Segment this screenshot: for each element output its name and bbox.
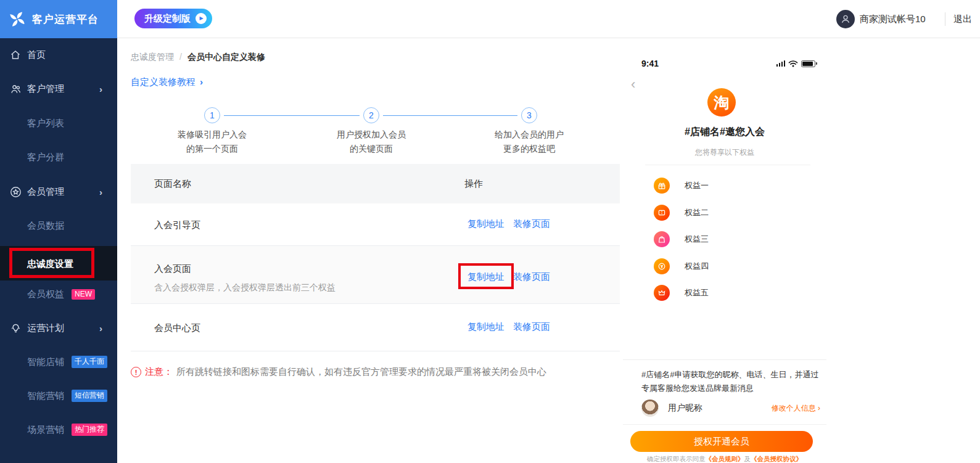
sidebar-item-customer-segments[interactable]: 客户分群 (0, 147, 117, 168)
sidebar-nav: 首页 客户管理 › 客户列表 客户分群 会员管理 › 会员数据 忠诚度设置 (0, 38, 117, 463)
logout-button[interactable]: 退出 (953, 14, 972, 25)
breadcrumb: 忠诚度管理 / 会员中心自定义装修 (131, 52, 265, 63)
sidebar-item-label: 智能店铺 (27, 356, 64, 368)
account-divider (945, 12, 945, 26)
step-3-circle: 3 (521, 107, 537, 123)
benefit-item: 权益五 (654, 285, 709, 301)
page-name: 入会引导页 (154, 219, 200, 231)
benefits-list: 权益一 权益二 权益三 权益四 (654, 178, 709, 312)
benefit-item: 权益一 (654, 178, 709, 194)
sidebar-item-member-data[interactable]: 会员数据 (0, 215, 117, 236)
sidebar-item-label: 会员权益 (27, 289, 64, 300)
benefit-label: 权益三 (685, 234, 709, 245)
breadcrumb-parent[interactable]: 忠诚度管理 (131, 52, 174, 63)
note-text: 所有跳转链接和图标需要自行确认，如有违反官方管理要求的情况最严重将被关闭会员中心 (176, 366, 546, 378)
home-icon (9, 49, 22, 61)
copy-address-link[interactable]: 复制地址 (467, 218, 504, 230)
step-label-line: 给加入会员的用户 (467, 128, 591, 142)
ticket-icon (654, 205, 670, 221)
back-chevron-icon[interactable]: ‹ (631, 78, 635, 91)
chevron-right-icon: › (99, 84, 102, 94)
exclamation-circle-icon: ! (131, 367, 141, 377)
step-1-label: 装修吸引用户入会 的第一个页面 (150, 128, 274, 156)
sidebar-item-loyalty-settings[interactable]: 忠诚度设置 (0, 253, 117, 274)
benefit-item: 权益三 (654, 231, 709, 247)
status-bar-time: 9:41 (641, 59, 659, 68)
user-avatar (641, 399, 659, 417)
sidebar-item-label: 客户管理 (27, 83, 64, 95)
decorate-page-link[interactable]: 装修页面 (513, 271, 550, 283)
lightbulb-icon (9, 322, 22, 334)
step-number: 3 (527, 110, 532, 120)
taobao-store-logo: 淘 (707, 88, 736, 117)
copy-address-link[interactable]: 复制地址 (467, 271, 504, 283)
agreement-and: 及 (744, 455, 751, 462)
step-connector (224, 115, 360, 116)
step-label-line: 用户授权加入会员 (310, 128, 433, 142)
sidebar-item-label: 运营计划 (27, 322, 64, 334)
edit-profile-link[interactable]: 修改个人信息 › (772, 403, 820, 414)
new-badge: NEW (72, 289, 95, 300)
wifi-icon (788, 60, 798, 67)
custom-decorate-tutorial-link[interactable]: 自定义装修教程› (131, 76, 203, 88)
sidebar-item-label: 会员数据 (27, 220, 64, 232)
sidebar-item-customer-management[interactable]: 客户管理 › (0, 78, 117, 99)
benefit-label: 权益五 (685, 287, 709, 298)
sidebar-item-home[interactable]: 首页 (0, 44, 117, 65)
sidebar-item-label: 客户列表 (27, 118, 64, 129)
table-header-row: 页面名称 操作 (131, 164, 620, 203)
row-actions: 复制地址 装修页面 (467, 321, 550, 333)
step-label-line: 更多的权益吧 (467, 142, 591, 156)
chevron-right-icon: › (99, 187, 102, 197)
agreement-text: 确定授权即表示同意《会员规则》及《会员授权协议》 (623, 455, 826, 463)
authorize-join-button[interactable]: 授权开通会员 (630, 431, 813, 452)
note-label: 注意： (145, 366, 173, 378)
feature-badge: 千人千面 (72, 356, 107, 368)
step-2-circle: 2 (363, 107, 379, 123)
member-authorization-link[interactable]: 《会员授权协议》 (751, 455, 802, 462)
upgrade-custom-edition-button[interactable]: 升级定制版 ▶ (134, 9, 212, 28)
chevron-right-icon: › (99, 323, 102, 334)
sidebar-item-member-benefits[interactable]: 会员权益 NEW (0, 284, 117, 305)
logo-character: 淘 (714, 92, 730, 113)
table-row: 入会引导页 复制地址 装修页面 (131, 203, 620, 246)
step-number: 2 (369, 110, 374, 120)
table-row: 入会页面 含入会授权弹层，入会授权弹层透出前三个权益 复制地址 装修页面 (131, 246, 620, 304)
step-label-line: 的关键页面 (310, 142, 433, 156)
sidebar-item-label: 忠诚度设置 (27, 258, 73, 270)
sidebar-item-customer-list[interactable]: 客户列表 (0, 113, 117, 134)
benefit-item: 权益二 (654, 205, 709, 221)
account-name[interactable]: 商家测试帐号10 (860, 14, 926, 25)
agreement-prefix: 确定授权即表示同意 (647, 455, 706, 462)
divider (645, 165, 810, 165)
signal-icon (776, 60, 786, 67)
page-description: 含入会授权弹层，入会授权弹层透出前三个权益 (154, 282, 336, 293)
sidebar-item-smart-marketing[interactable]: 智能营销 短信营销 (0, 385, 117, 406)
feature-badge: 短信营销 (72, 390, 107, 402)
decorate-page-link[interactable]: 装修页面 (513, 321, 550, 333)
crown-icon (654, 285, 670, 301)
copy-address-link[interactable]: 复制地址 (467, 321, 504, 333)
sidebar-item-member-management[interactable]: 会员管理 › (0, 181, 117, 202)
breadcrumb-separator: / (179, 52, 182, 63)
sidebar-item-smart-store[interactable]: 智能店铺 千人千面 (0, 351, 117, 372)
pages-table: 页面名称 操作 入会引导页 复制地址 装修页面 入会页面 含入会授权弹层，入会授… (131, 164, 620, 351)
account-avatar[interactable] (836, 10, 855, 28)
decorate-page-link[interactable]: 装修页面 (513, 218, 550, 230)
table-row: 会员中心页 复制地址 装修页面 (131, 304, 620, 351)
sidebar-item-scenario-marketing[interactable]: 场景营销 热门推荐 (0, 419, 117, 440)
page-name: 会员中心页 (154, 322, 200, 334)
person-icon (840, 14, 851, 25)
status-bar-icons (776, 60, 816, 67)
sidebar-item-operation-plan[interactable]: 运营计划 › (0, 318, 117, 338)
users-icon (9, 83, 22, 95)
step-label-line: 装修吸引用户入会 (150, 128, 274, 142)
sidebar-item-label: 智能营销 (27, 390, 64, 402)
benefit-label: 权益二 (685, 207, 709, 218)
sidebar-item-label: 场景营销 (27, 424, 64, 436)
step-2-label: 用户授权加入会员 的关键页面 (310, 128, 433, 156)
step-number: 1 (210, 110, 215, 120)
privacy-text: #店铺名#申请获取您的昵称、电话、生日，并通过专属客服给您发送品牌最新消息 (641, 368, 819, 395)
member-rules-link[interactable]: 《会员规则》 (706, 455, 744, 462)
column-header-action: 操作 (464, 178, 483, 190)
